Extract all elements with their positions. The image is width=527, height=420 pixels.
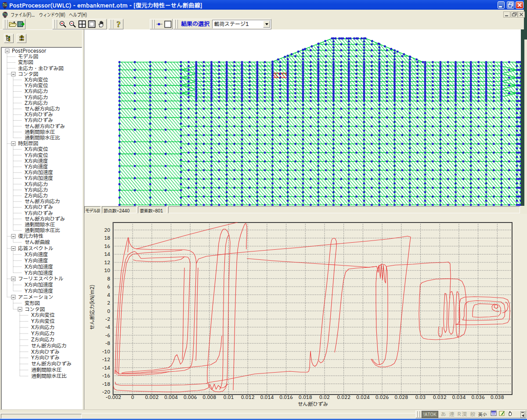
svg-text:4: 4 xyxy=(107,291,110,299)
svg-text:0: 0 xyxy=(131,394,134,401)
svg-text:18: 18 xyxy=(104,234,110,242)
svg-text:0.004: 0.004 xyxy=(164,394,178,401)
svg-text:12: 12 xyxy=(104,259,110,266)
svg-text:-4: -4 xyxy=(105,323,110,331)
svg-text:0.01: 0.01 xyxy=(224,394,234,401)
svg-text:20: 20 xyxy=(104,226,110,234)
svg-text:-16: -16 xyxy=(102,372,111,380)
svg-text:0.012: 0.012 xyxy=(241,394,255,401)
svg-text:?: ? xyxy=(117,20,121,29)
svg-text:0.002: 0.002 xyxy=(145,394,159,401)
svg-text:0.02: 0.02 xyxy=(319,394,330,401)
svg-text:0: 0 xyxy=(107,308,110,315)
svg-text:14: 14 xyxy=(104,251,110,258)
svg-text:10: 10 xyxy=(104,267,110,274)
svg-text:0.008: 0.008 xyxy=(202,394,216,401)
svg-text:2: 2 xyxy=(107,299,110,307)
svg-text:8: 8 xyxy=(107,275,110,283)
svg-text:0.022: 0.022 xyxy=(337,394,350,401)
svg-text:-12: -12 xyxy=(102,356,111,363)
svg-text:0.032: 0.032 xyxy=(433,394,447,401)
svg-text:0.036: 0.036 xyxy=(471,394,485,401)
svg-text:-14: -14 xyxy=(102,364,111,372)
svg-text:0.018: 0.018 xyxy=(299,394,312,401)
svg-text:-18: -18 xyxy=(102,381,111,388)
svg-text:0.034: 0.034 xyxy=(452,394,466,401)
svg-text:16: 16 xyxy=(104,243,110,250)
svg-text:-2: -2 xyxy=(105,316,110,323)
svg-text:せん断ひずみ: せん断ひずみ xyxy=(298,401,328,408)
svg-text:0.028: 0.028 xyxy=(394,394,408,401)
svg-text:0.014: 0.014 xyxy=(260,394,274,401)
svg-text:0.006: 0.006 xyxy=(184,394,197,401)
svg-text:0.038: 0.038 xyxy=(491,394,504,401)
svg-text:せん断応力(kN/m2): せん断応力(kN/m2) xyxy=(89,285,96,330)
svg-text:-20: -20 xyxy=(102,388,111,396)
svg-text:-8: -8 xyxy=(105,340,110,347)
svg-text:-10: -10 xyxy=(102,348,111,355)
svg-text:過剰間隙水圧比: 過剰間隙水圧比 xyxy=(31,373,67,380)
svg-text:0.024: 0.024 xyxy=(356,394,370,401)
svg-text:0.016: 0.016 xyxy=(279,394,293,401)
svg-text:0.03: 0.03 xyxy=(415,394,426,401)
svg-text:-6: -6 xyxy=(105,332,110,339)
svg-text:0.026: 0.026 xyxy=(375,394,389,401)
svg-text:6: 6 xyxy=(107,283,110,291)
